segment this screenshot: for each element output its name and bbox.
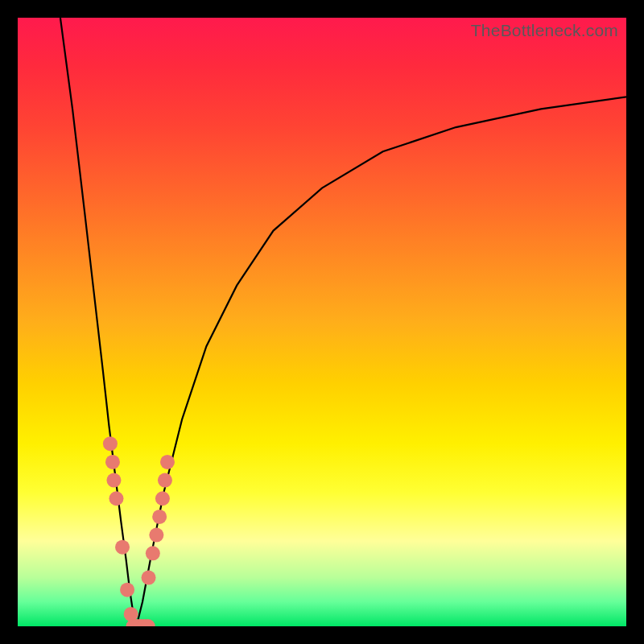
plot-area: TheBottleneck.com (18, 18, 626, 626)
data-point (106, 473, 121, 488)
left-branch-curve (60, 18, 137, 626)
data-point (149, 528, 163, 543)
data-point (155, 491, 170, 506)
data-point (105, 455, 120, 469)
data-point (152, 510, 167, 524)
chart-frame: TheBottleneck.com (0, 0, 644, 644)
data-point (103, 436, 118, 451)
chart-svg (18, 18, 626, 626)
data-point (115, 540, 130, 555)
right-branch-curve (136, 97, 626, 626)
data-point (146, 546, 160, 560)
data-point (142, 571, 156, 585)
data-point (120, 583, 134, 597)
right-markers (142, 455, 175, 585)
data-point (158, 473, 172, 488)
data-point (160, 455, 175, 469)
data-point (109, 491, 123, 506)
bottom-markers (126, 619, 155, 626)
